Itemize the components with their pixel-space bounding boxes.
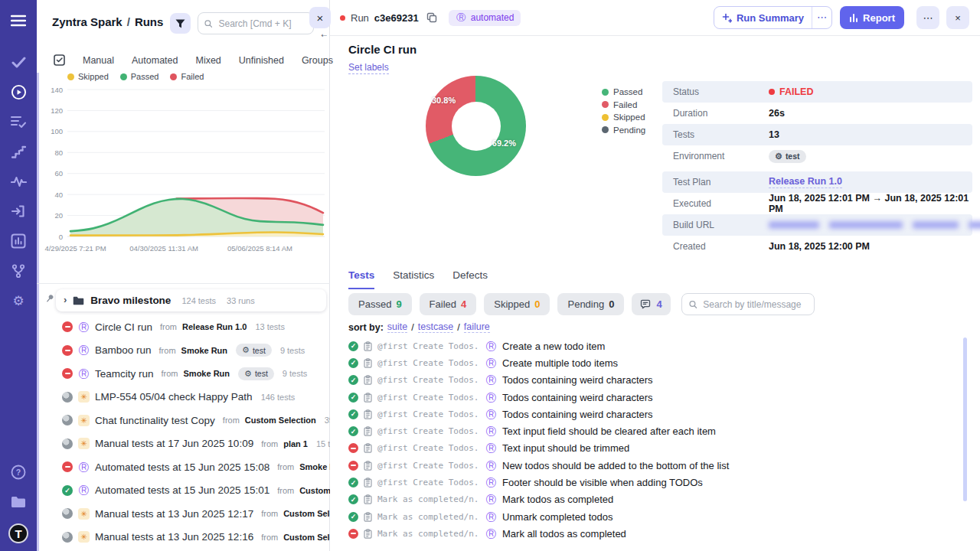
- clipboard-icon: [364, 478, 372, 487]
- info-value: FAILED: [769, 86, 813, 97]
- tests-scrollbar[interactable]: [963, 337, 967, 501]
- help-icon[interactable]: ?: [10, 464, 27, 481]
- legend-item-failed: Failed: [170, 73, 204, 81]
- branches-git-icon[interactable]: [10, 262, 27, 279]
- report-button[interactable]: Report: [840, 6, 904, 29]
- milestone-folder-row[interactable]: › Bravo milestone 124 tests 33 runs: [56, 289, 326, 311]
- manual-run-icon: ✳: [78, 508, 90, 520]
- run-row[interactable]: ✳Chat functinality test CopyfromCustom S…: [37, 409, 330, 432]
- runs-tab-automated[interactable]: Automated: [132, 55, 178, 66]
- run-row[interactable]: ⓇCircle CI runfromRelease Run 1.013 test…: [37, 315, 330, 339]
- test-row[interactable]: @first Create Todos...ⓇCreate a new todo…: [348, 337, 962, 354]
- run-tests-count: 13 tests: [255, 322, 285, 331]
- comments-filter-chip[interactable]: 4: [632, 293, 670, 315]
- run-source: Custom Selection: [299, 486, 330, 495]
- select-runs-icon[interactable]: [54, 54, 65, 66]
- app-logo[interactable]: T: [8, 523, 28, 543]
- test-row[interactable]: @first Create Todos...ⓇTodos containing …: [348, 406, 962, 422]
- test-row[interactable]: @first Create Todos...ⓇTodos containing …: [348, 372, 962, 389]
- run-row[interactable]: ✳Manual tests at 17 Jun 2025 10:09frompl…: [37, 432, 330, 456]
- filter-chip-pending[interactable]: Pending0: [557, 293, 624, 315]
- run-row[interactable]: ⓇAutomated tests at 15 Jun 2025 15:01fro…: [37, 479, 330, 503]
- reports-chart-icon[interactable]: [10, 233, 27, 249]
- run-detail: Run c3e69231 Ⓡ automated Run Summary ⋯ R…: [330, 0, 980, 551]
- run-row[interactable]: ⓇAutomated tests at 15 Jun 2025 15:08fro…: [37, 455, 330, 479]
- failed-dot-icon: [769, 89, 775, 95]
- run-from-label: from: [160, 322, 177, 331]
- test-suite: @first Create Todos...: [377, 443, 480, 453]
- runs-tab-manual[interactable]: Manual: [83, 55, 114, 66]
- test-row[interactable]: Mark as completed/n...ⓇMark all todos as…: [348, 525, 962, 542]
- legend-dot: [602, 126, 609, 133]
- sort-by-suite[interactable]: suite: [387, 321, 407, 333]
- test-row[interactable]: Mark as completed/n...ⓇMark todos as com…: [348, 491, 962, 508]
- tests-check-icon[interactable]: [10, 54, 27, 70]
- info-value: 26s: [769, 108, 785, 119]
- legend-label: Pending: [613, 126, 645, 135]
- panel-collapse-icon[interactable]: ⇠: [321, 31, 327, 39]
- runs-search[interactable]: [198, 12, 314, 34]
- run-source: Release Run 1.0: [182, 322, 247, 331]
- legend-dot: [170, 73, 177, 80]
- test-row[interactable]: @first Create Todos...ⓇText input field …: [348, 422, 962, 439]
- filter-chip-failed[interactable]: Failed4: [420, 293, 477, 315]
- milestones-steps-icon[interactable]: [10, 143, 27, 160]
- automated-run-icon: Ⓡ: [485, 409, 497, 420]
- test-row[interactable]: @first Create Todos...ⓇTodos containing …: [348, 389, 962, 406]
- automated-run-icon: Ⓡ: [78, 368, 90, 380]
- test-row[interactable]: @first Create Todos...ⓇNew todos should …: [348, 457, 962, 474]
- info-label: Environment: [673, 151, 769, 161]
- tab-defects[interactable]: Defects: [452, 269, 488, 289]
- panel-close-button[interactable]: ×: [309, 7, 331, 28]
- runs-tab-groups[interactable]: Groups: [302, 55, 333, 66]
- copy-icon[interactable]: [426, 12, 437, 23]
- filter-chip-skipped[interactable]: Skipped0: [484, 293, 550, 315]
- run-row[interactable]: ✳Manual tests at 13 Jun 2025 12:17fromCu…: [37, 502, 330, 526]
- runs-tab-mixed[interactable]: Mixed: [195, 55, 220, 66]
- projects-folder-icon[interactable]: [10, 494, 27, 510]
- runs-search-input[interactable]: [217, 18, 307, 30]
- sort-label: sort by:: [348, 322, 384, 333]
- clipboard-icon: [364, 375, 372, 385]
- tab-tests[interactable]: Tests: [348, 269, 374, 289]
- filter-chip-passed[interactable]: Passed9: [348, 293, 412, 315]
- run-row[interactable]: ✳Manual tests at 13 Jun 2025 12:16fromCu…: [37, 526, 330, 549]
- info-value: Release Run 1.0: [769, 176, 842, 188]
- test-row[interactable]: @first Create Todos...ⓇFooter should be …: [348, 474, 962, 491]
- close-icon: ×: [955, 12, 961, 24]
- menu-icon[interactable]: [10, 12, 27, 29]
- info-row-executed: ExecutedJun 18, 2025 12:01 PM → Jun 18, …: [662, 193, 972, 214]
- tests-search-input[interactable]: [701, 298, 806, 311]
- tests-search[interactable]: [681, 293, 815, 315]
- header-actions: Run Summary ⋯ Report ⋯ ×: [714, 6, 969, 29]
- chevron-right-icon[interactable]: ›: [64, 294, 67, 305]
- run-row[interactable]: ⓇBamboo runfromSmoke Run⚙test9 tests: [37, 339, 330, 363]
- test-plan-link[interactable]: Release Run 1.0: [769, 176, 842, 188]
- sort-by-failure[interactable]: failure: [464, 321, 490, 333]
- run-tests-count: 9 tests: [280, 346, 305, 355]
- import-sign-in-icon[interactable]: [10, 203, 27, 220]
- analytics-pulse-icon[interactable]: [10, 173, 27, 190]
- filter-button[interactable]: [170, 13, 191, 34]
- run-id: c3e69231: [374, 12, 419, 24]
- sort-by-testcase[interactable]: testcase: [418, 321, 454, 333]
- plans-list-check-icon[interactable]: [10, 113, 27, 130]
- breadcrumb-project[interactable]: Zyntra Spark: [52, 15, 122, 28]
- test-row[interactable]: @first Create Todos...ⓇCreate multiple t…: [348, 354, 962, 371]
- close-run-button[interactable]: ×: [946, 6, 969, 29]
- run-row[interactable]: ✳LMP-554 05/04 check Happy Path146 tests: [37, 386, 330, 409]
- set-labels-link[interactable]: Set labels: [348, 62, 389, 74]
- settings-gear-icon[interactable]: ⚙: [10, 292, 27, 309]
- test-suite: @first Create Todos...: [377, 393, 480, 403]
- run-summary-more-button[interactable]: ⋯: [812, 7, 831, 28]
- tab-statistics[interactable]: Statistics: [393, 269, 434, 289]
- run-summary-button[interactable]: Run Summary ⋯: [714, 6, 832, 29]
- test-row[interactable]: Mark as completed/n...ⓇUnmark completed …: [348, 508, 962, 525]
- more-actions-button[interactable]: ⋯: [916, 6, 939, 29]
- test-row[interactable]: @first Create Todos...ⓇText input should…: [348, 440, 962, 457]
- runs-tab-unfinished[interactable]: Unfinished: [239, 55, 284, 66]
- runs-play-icon[interactable]: [10, 83, 27, 100]
- run-row[interactable]: ⓇTeamcity runfromSmoke Run⚙test9 tests: [37, 362, 330, 386]
- redacted-url: [969, 221, 980, 229]
- clipboard-icon: [364, 393, 372, 403]
